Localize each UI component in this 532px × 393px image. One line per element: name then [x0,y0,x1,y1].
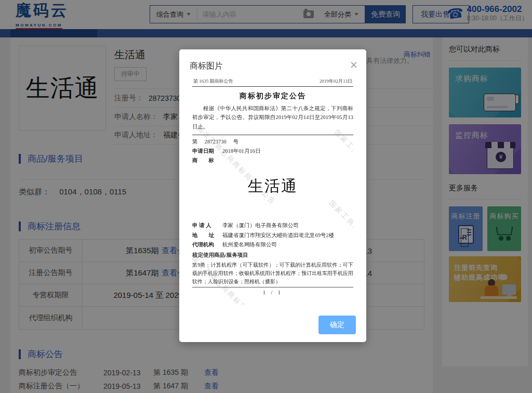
doc-apply-date: 2018年01月16日 [222,148,353,155]
divider [192,86,353,87]
announcement-document: 国家工商总局商标局商标公告 国家工商总局商标局商标公告 国家工商总局商标局商标公… [192,78,353,305]
doc-applicant: 李家（厦门）电子商务有限公司 [222,222,353,229]
doc-date: 2019年02月13日 [320,78,352,85]
doc-apply-date-label: 申请日期 [192,148,222,155]
doc-trademark-text: 生活通 [192,176,353,197]
doc-title: 商标初步审定公告 [192,91,353,101]
doc-address: 福建省厦门市翔安区大嶝街道田墘北里69号2楼 [222,232,353,239]
divider [192,135,353,135]
doc-number: 第 28723730 号 [192,138,353,146]
confirm-button[interactable]: 确定 [318,316,356,334]
trademark-image-modal: 商标图片 × 国家工商总局商标局商标公告 国家工商总局商标局商标公告 国家工商总… [179,49,366,342]
doc-goods-text: 第9类：计算机程序（可下载软件）；可下载的计算机应用软件；可下载的手机应用软件；… [192,261,353,286]
doc-agency-label: 代理机构 [192,241,222,248]
modal-title: 商标图片 [190,61,223,72]
doc-address-label: 地 址 [192,232,222,239]
doc-applicant-label: 申 请 人 [192,222,222,229]
doc-pagination: 1 / 1 [192,290,353,295]
doc-mark-label: 商 标 [192,157,222,164]
doc-agency: 杭州爱名网络有限公司 [222,241,353,248]
doc-issue: 第 1635 期商标公告 [193,78,233,85]
close-icon[interactable]: × [350,60,358,70]
doc-footer: 1 / 1 [192,287,353,295]
divider [192,287,353,287]
doc-goods-title: 核定使用商品/服务项目 [192,252,353,259]
doc-paragraph: 根据《中华人民共和国商标法》第二十八条之规定，下列商标初步审定，予以公告。异议期… [192,104,353,131]
